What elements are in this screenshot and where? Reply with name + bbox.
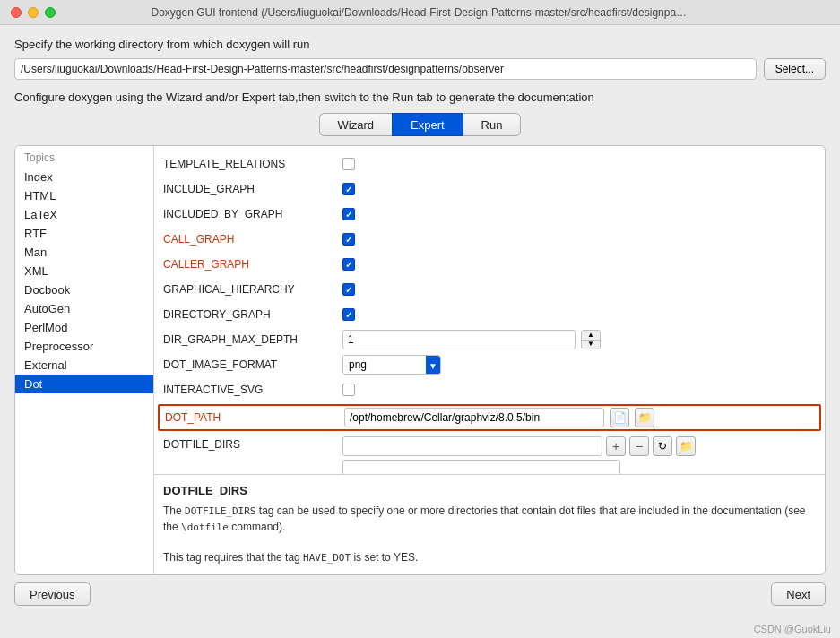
sidebar-item-autogen[interactable]: AutoGen	[15, 299, 153, 318]
control-call-graph	[342, 233, 816, 246]
next-button[interactable]: Next	[771, 582, 826, 606]
info-text-1: The DOTFILE_DIRS tag can be used to spec…	[163, 503, 816, 536]
dot-path-folder-icon[interactable]: 📁	[635, 408, 654, 427]
sidebar-item-xml[interactable]: XML	[15, 262, 153, 280]
select-arrow-icon: ▼	[426, 356, 440, 375]
dotfile-dirs-input-row: + − ↻ 📁	[342, 436, 696, 456]
setting-row-dotfile-dirs: DOTFILE_DIRS + − ↻ 📁	[154, 433, 825, 474]
select-button[interactable]: Select...	[764, 58, 826, 80]
sidebar-item-rtf[interactable]: RTF	[15, 224, 153, 243]
sidebar-item-latex[interactable]: LaTeX	[15, 205, 153, 224]
footer-text: CSDN @GuokLiu	[754, 624, 831, 634]
tab-run[interactable]: Run	[463, 113, 522, 136]
input-dotfile-dirs[interactable]	[342, 436, 602, 456]
minimize-button[interactable]	[28, 7, 39, 18]
sidebar-item-perlmod[interactable]: PerlMod	[15, 318, 153, 337]
configure-text: Configure doxygen using the Wizard and/o…	[14, 91, 826, 104]
path-row: Select...	[14, 58, 826, 80]
sidebar-item-html[interactable]: HTML	[15, 186, 153, 205]
select-dot-image-format[interactable]: png ▼	[342, 355, 441, 375]
control-dotfile-dirs: + − ↻ 📁	[342, 436, 816, 474]
input-dot-path[interactable]	[344, 408, 604, 427]
sidebar-item-man[interactable]: Man	[15, 243, 153, 262]
label-call-graph: CALL_GRAPH	[163, 233, 342, 246]
setting-row-included-by-graph: INCLUDED_BY_GRAPH	[154, 202, 825, 227]
checkbox-directory-graph[interactable]	[342, 308, 355, 321]
control-graphical-hierarchy	[342, 283, 816, 296]
setting-row-dir-graph-max-depth: DIR_GRAPH_MAX_DEPTH ▲ ▼	[154, 327, 825, 352]
checkbox-call-graph[interactable]	[342, 233, 355, 246]
main-content: Specify the working directory from which…	[0, 25, 840, 618]
settings-table: TEMPLATE_RELATIONS INCLUDE_GRAPH INCLUDE…	[154, 146, 825, 474]
checkbox-graphical-hierarchy[interactable]	[342, 283, 355, 296]
setting-row-dot-path: DOT_PATH 📄 📁	[158, 404, 821, 431]
setting-row-call-graph: CALL_GRAPH	[154, 227, 825, 252]
tab-expert[interactable]: Expert	[392, 113, 463, 136]
dotfile-dirs-folder-icon[interactable]: 📁	[676, 436, 696, 456]
panel: Topics Index HTML LaTeX RTF Man XML Docb…	[14, 145, 826, 575]
control-template-relations	[342, 158, 816, 170]
right-panel: TEMPLATE_RELATIONS INCLUDE_GRAPH INCLUDE…	[154, 146, 825, 574]
select-value-dot-image-format: png	[343, 356, 426, 374]
control-interactive-svg	[342, 384, 816, 396]
dot-path-file-icon[interactable]: 📄	[610, 408, 629, 427]
setting-row-interactive-svg: INTERACTIVE_SVG	[154, 377, 825, 402]
label-included-by-graph: INCLUDED_BY_GRAPH	[163, 208, 342, 220]
spinner-up-btn[interactable]: ▲	[582, 331, 600, 341]
input-dir-graph-max-depth[interactable]	[342, 330, 576, 349]
label-interactive-svg: INTERACTIVE_SVG	[163, 384, 342, 396]
titlebar: Doxygen GUI frontend (/Users/liuguokai/D…	[0, 0, 840, 25]
spinner-dir-graph-max-depth: ▲ ▼	[581, 330, 601, 349]
control-directory-graph	[342, 308, 816, 321]
control-include-graph	[342, 183, 816, 195]
sidebar-item-external[interactable]: External	[15, 356, 153, 375]
label-dotfile-dirs: DOTFILE_DIRS	[163, 436, 342, 451]
control-dir-graph-max-depth: ▲ ▼	[342, 330, 816, 349]
setting-row-dot-image-format: DOT_IMAGE_FORMAT png ▼	[154, 352, 825, 377]
sidebar-item-index[interactable]: Index	[15, 168, 153, 186]
label-include-graph: INCLUDE_GRAPH	[163, 183, 342, 195]
checkbox-interactive-svg[interactable]	[342, 384, 355, 396]
tabs-row: Wizard Expert Run	[14, 113, 826, 136]
checkbox-template-relations[interactable]	[342, 158, 355, 170]
sidebar-item-preprocessor[interactable]: Preprocessor	[15, 337, 153, 356]
sidebar-item-dot[interactable]: Dot	[15, 375, 153, 393]
dotfile-dirs-textarea[interactable]	[342, 460, 620, 474]
label-dot-path: DOT_PATH	[165, 411, 344, 424]
label-caller-graph: CALLER_GRAPH	[163, 258, 342, 271]
info-text-2: This tag requires that the tag HAVE_DOT …	[163, 549, 816, 566]
bottom-nav: Previous Next	[14, 575, 826, 609]
control-dot-path: 📄 📁	[344, 408, 814, 427]
setting-row-graphical-hierarchy: GRAPHICAL_HIERARCHY	[154, 277, 825, 302]
setting-row-include-graph: INCLUDE_GRAPH	[154, 177, 825, 202]
dotfile-dirs-add-icon[interactable]: +	[606, 436, 626, 456]
close-button[interactable]	[11, 7, 22, 18]
dotfile-dirs-refresh-icon[interactable]: ↻	[653, 436, 672, 456]
spinner-down-btn[interactable]: ▼	[582, 341, 600, 349]
control-caller-graph	[342, 258, 816, 271]
info-panel: DOTFILE_DIRS The DOTFILE_DIRS tag can be…	[154, 474, 825, 575]
label-dot-image-format: DOT_IMAGE_FORMAT	[163, 358, 342, 371]
checkbox-included-by-graph[interactable]	[342, 208, 355, 220]
control-dot-image-format: png ▼	[342, 355, 816, 375]
window-controls	[11, 7, 56, 18]
maximize-button[interactable]	[45, 7, 56, 18]
info-title: DOTFILE_DIRS	[163, 484, 816, 497]
tab-wizard[interactable]: Wizard	[319, 113, 392, 136]
label-graphical-hierarchy: GRAPHICAL_HIERARCHY	[163, 283, 342, 296]
previous-button[interactable]: Previous	[14, 582, 91, 606]
label-dir-graph-max-depth: DIR_GRAPH_MAX_DEPTH	[163, 333, 342, 346]
checkbox-include-graph[interactable]	[342, 183, 355, 195]
sidebar-item-docbook[interactable]: Docbook	[15, 280, 153, 299]
control-included-by-graph	[342, 208, 816, 220]
window-title: Doxygen GUI frontend (/Users/liuguokai/D…	[152, 6, 689, 19]
setting-row-caller-graph: CALLER_GRAPH	[154, 252, 825, 277]
setting-row-template-relations: TEMPLATE_RELATIONS	[154, 151, 825, 177]
working-directory-input[interactable]	[14, 58, 757, 80]
sidebar: Topics Index HTML LaTeX RTF Man XML Docb…	[15, 146, 154, 574]
sidebar-topics-label: Topics	[15, 146, 153, 168]
setting-row-directory-graph: DIRECTORY_GRAPH	[154, 302, 825, 327]
dotfile-dirs-area: + − ↻ 📁	[342, 436, 696, 474]
checkbox-caller-graph[interactable]	[342, 258, 355, 271]
dotfile-dirs-remove-icon[interactable]: −	[629, 436, 649, 456]
